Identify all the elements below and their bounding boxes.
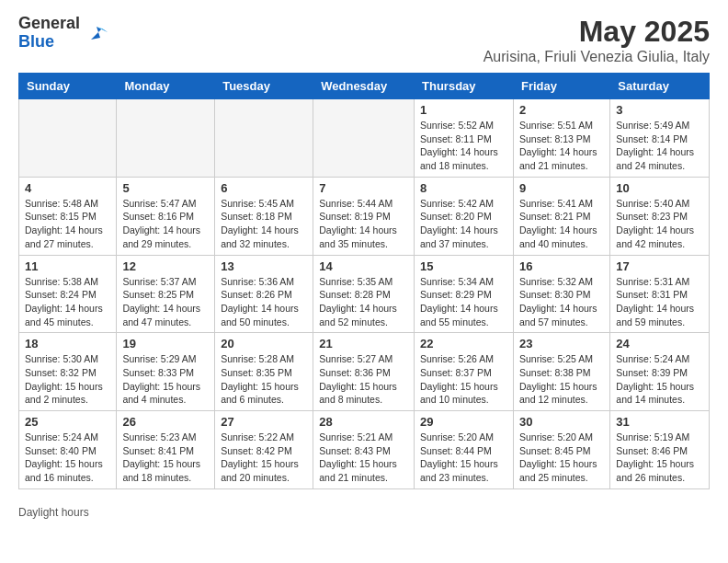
day-info: Sunrise: 5:36 AM Sunset: 8:26 PM Dayligh…: [221, 275, 307, 329]
day-number: 9: [519, 181, 604, 195]
subtitle: Aurisina, Friuli Venezia Giulia, Italy: [483, 49, 710, 65]
day-number: 12: [122, 259, 209, 273]
day-info: Sunrise: 5:24 AM Sunset: 8:40 PM Dayligh…: [25, 431, 110, 485]
day-number: 13: [221, 259, 307, 273]
day-info: Sunrise: 5:23 AM Sunset: 8:41 PM Dayligh…: [122, 431, 209, 485]
day-number: 1: [420, 103, 507, 117]
calendar-day: 13Sunrise: 5:36 AM Sunset: 8:26 PM Dayli…: [215, 255, 313, 333]
day-number: 27: [221, 415, 307, 429]
day-info: Sunrise: 5:27 AM Sunset: 8:36 PM Dayligh…: [319, 352, 408, 407]
calendar-day: 14Sunrise: 5:35 AM Sunset: 8:28 PM Dayli…: [313, 255, 415, 333]
day-info: Sunrise: 5:41 AM Sunset: 8:21 PM Dayligh…: [519, 197, 604, 251]
logo-blue-text: Blue: [18, 32, 54, 51]
day-number: 11: [25, 259, 110, 273]
calendar-day: 20Sunrise: 5:28 AM Sunset: 8:35 PM Dayli…: [215, 333, 313, 411]
day-info: Sunrise: 5:22 AM Sunset: 8:42 PM Dayligh…: [221, 431, 307, 485]
day-info: Sunrise: 5:40 AM Sunset: 8:23 PM Dayligh…: [616, 197, 703, 251]
day-info: Sunrise: 5:30 AM Sunset: 8:32 PM Dayligh…: [25, 352, 110, 407]
day-number: 17: [616, 259, 703, 273]
day-info: Sunrise: 5:29 AM Sunset: 8:33 PM Dayligh…: [122, 352, 209, 407]
day-info: Sunrise: 5:52 AM Sunset: 8:11 PM Dayligh…: [420, 119, 507, 173]
day-number: 19: [122, 337, 209, 350]
day-info: Sunrise: 5:37 AM Sunset: 8:25 PM Dayligh…: [122, 275, 209, 329]
day-info: Sunrise: 5:44 AM Sunset: 8:19 PM Dayligh…: [319, 197, 408, 251]
day-info: Sunrise: 5:31 AM Sunset: 8:31 PM Dayligh…: [616, 275, 703, 329]
calendar-day: 15Sunrise: 5:34 AM Sunset: 8:29 PM Dayli…: [415, 255, 514, 333]
day-info: Sunrise: 5:34 AM Sunset: 8:29 PM Dayligh…: [420, 275, 507, 329]
logo-bird-icon: [82, 19, 109, 47]
day-info: Sunrise: 5:20 AM Sunset: 8:45 PM Dayligh…: [519, 431, 604, 485]
day-header-wednesday: Wednesday: [313, 74, 415, 99]
day-number: 22: [420, 337, 507, 350]
calendar-day: 30Sunrise: 5:20 AM Sunset: 8:45 PM Dayli…: [513, 411, 609, 489]
day-number: 8: [420, 181, 507, 195]
footer: Daylight hours: [0, 499, 728, 526]
calendar-day: 7Sunrise: 5:44 AM Sunset: 8:19 PM Daylig…: [313, 177, 415, 255]
calendar-day: 22Sunrise: 5:26 AM Sunset: 8:37 PM Dayli…: [415, 333, 514, 411]
svg-marker-0: [91, 27, 108, 40]
day-info: Sunrise: 5:42 AM Sunset: 8:20 PM Dayligh…: [420, 197, 507, 251]
day-info: Sunrise: 5:48 AM Sunset: 8:15 PM Dayligh…: [25, 197, 110, 251]
calendar-day: 16Sunrise: 5:32 AM Sunset: 8:30 PM Dayli…: [513, 255, 609, 333]
calendar-day: 18Sunrise: 5:30 AM Sunset: 8:32 PM Dayli…: [19, 333, 117, 411]
day-header-tuesday: Tuesday: [215, 74, 313, 99]
day-number: 31: [616, 415, 703, 429]
calendar-week-3: 11Sunrise: 5:38 AM Sunset: 8:24 PM Dayli…: [19, 255, 710, 333]
calendar-day: 11Sunrise: 5:38 AM Sunset: 8:24 PM Dayli…: [19, 255, 117, 333]
day-number: 5: [122, 181, 209, 195]
calendar-day: [215, 99, 313, 178]
day-info: Sunrise: 5:35 AM Sunset: 8:28 PM Dayligh…: [319, 275, 408, 329]
calendar-week-2: 4Sunrise: 5:48 AM Sunset: 8:15 PM Daylig…: [19, 177, 710, 255]
calendar-day: 4Sunrise: 5:48 AM Sunset: 8:15 PM Daylig…: [19, 177, 117, 255]
day-header-monday: Monday: [117, 74, 215, 99]
calendar-day: [117, 99, 215, 178]
calendar-day: 8Sunrise: 5:42 AM Sunset: 8:20 PM Daylig…: [415, 177, 514, 255]
calendar-day: 24Sunrise: 5:24 AM Sunset: 8:39 PM Dayli…: [610, 333, 710, 411]
day-number: 18: [25, 337, 110, 350]
day-number: 26: [122, 415, 209, 429]
main-title: May 2025: [483, 15, 710, 49]
calendar-day: 12Sunrise: 5:37 AM Sunset: 8:25 PM Dayli…: [117, 255, 215, 333]
day-number: 20: [221, 337, 307, 350]
calendar-week-1: 1Sunrise: 5:52 AM Sunset: 8:11 PM Daylig…: [19, 99, 710, 178]
calendar-day: 17Sunrise: 5:31 AM Sunset: 8:31 PM Dayli…: [610, 255, 710, 333]
day-number: 23: [519, 337, 604, 350]
day-info: Sunrise: 5:38 AM Sunset: 8:24 PM Dayligh…: [25, 275, 110, 329]
day-info: Sunrise: 5:47 AM Sunset: 8:16 PM Dayligh…: [122, 197, 209, 251]
daylight-hours-label: Daylight hours: [18, 506, 89, 519]
page-header: General Blue May 2025 Aurisina, Friuli V…: [0, 0, 728, 73]
calendar-day: 23Sunrise: 5:25 AM Sunset: 8:38 PM Dayli…: [513, 333, 609, 411]
calendar-day: 26Sunrise: 5:23 AM Sunset: 8:41 PM Dayli…: [117, 411, 215, 489]
calendar-day: 31Sunrise: 5:19 AM Sunset: 8:46 PM Dayli…: [610, 411, 710, 489]
day-number: 3: [616, 103, 703, 117]
calendar-day: 5Sunrise: 5:47 AM Sunset: 8:16 PM Daylig…: [117, 177, 215, 255]
logo: General Blue: [18, 15, 109, 52]
day-number: 4: [25, 181, 110, 195]
day-number: 6: [221, 181, 307, 195]
day-info: Sunrise: 5:24 AM Sunset: 8:39 PM Dayligh…: [616, 352, 703, 407]
day-number: 24: [616, 337, 703, 350]
day-info: Sunrise: 5:28 AM Sunset: 8:35 PM Dayligh…: [221, 352, 307, 407]
day-info: Sunrise: 5:21 AM Sunset: 8:43 PM Dayligh…: [319, 431, 408, 485]
calendar-table: SundayMondayTuesdayWednesdayThursdayFrid…: [18, 73, 710, 489]
calendar-day: 10Sunrise: 5:40 AM Sunset: 8:23 PM Dayli…: [610, 177, 710, 255]
calendar-week-4: 18Sunrise: 5:30 AM Sunset: 8:32 PM Dayli…: [19, 333, 710, 411]
calendar-day: 29Sunrise: 5:20 AM Sunset: 8:44 PM Dayli…: [415, 411, 514, 489]
day-number: 28: [319, 415, 408, 429]
calendar-day: 25Sunrise: 5:24 AM Sunset: 8:40 PM Dayli…: [19, 411, 117, 489]
day-number: 29: [420, 415, 507, 429]
day-info: Sunrise: 5:25 AM Sunset: 8:38 PM Dayligh…: [519, 352, 604, 407]
calendar-day: [19, 99, 117, 178]
calendar-day: 28Sunrise: 5:21 AM Sunset: 8:43 PM Dayli…: [313, 411, 415, 489]
day-number: 16: [519, 259, 604, 273]
day-number: 15: [420, 259, 507, 273]
day-info: Sunrise: 5:19 AM Sunset: 8:46 PM Dayligh…: [616, 431, 703, 485]
day-number: 10: [616, 181, 703, 195]
title-section: May 2025 Aurisina, Friuli Venezia Giulia…: [483, 15, 710, 65]
day-number: 21: [319, 337, 408, 350]
day-info: Sunrise: 5:32 AM Sunset: 8:30 PM Dayligh…: [519, 275, 604, 329]
day-number: 2: [519, 103, 604, 117]
calendar-day: 27Sunrise: 5:22 AM Sunset: 8:42 PM Dayli…: [215, 411, 313, 489]
logo-general-text: General: [18, 14, 80, 32]
day-info: Sunrise: 5:20 AM Sunset: 8:44 PM Dayligh…: [420, 431, 507, 485]
